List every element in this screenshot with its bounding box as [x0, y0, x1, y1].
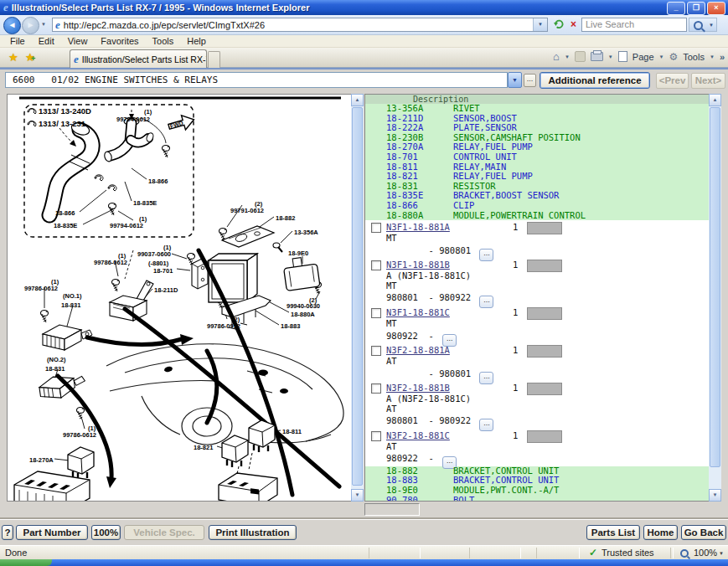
section-combo-arrow-icon[interactable]: ▼	[508, 72, 522, 88]
menu-favorites[interactable]: Favorites	[94, 36, 145, 46]
status-bar: Done ✓ Trusted sites 100% ▼	[0, 545, 728, 560]
history-dropdown-icon[interactable]: ▼	[41, 22, 46, 27]
part-checkbox[interactable]	[371, 223, 381, 233]
part-checkbox[interactable]	[371, 346, 381, 356]
reference-code[interactable]: 18-821	[386, 172, 453, 182]
additional-reference-button[interactable]: Additional reference	[540, 72, 650, 89]
menu-view[interactable]: View	[61, 36, 95, 46]
reference-list-bottom: 18-882BRACKET,CONTROL UNIT18-883BRACKET,…	[365, 466, 709, 502]
home-icon[interactable]: ⌂	[553, 50, 560, 63]
add-favorite-icon[interactable]: ★+	[25, 51, 35, 64]
zoom-button[interactable]: 100%	[91, 525, 121, 540]
parts-list-scrollbar[interactable]: ▲ ▼	[709, 94, 721, 502]
illustration-panel[interactable]: FWD	[7, 94, 352, 502]
part-checkbox[interactable]	[371, 308, 381, 318]
reference-list-top: 13-356ARIVET18-211DSENSOR,BOOST18-222APL…	[365, 104, 709, 220]
menu-tools[interactable]: Tools	[146, 36, 181, 46]
search-input[interactable]: Live Search	[581, 18, 687, 32]
zoom-dropdown-icon[interactable]: ▼	[719, 551, 724, 556]
url-text: http://epc2.mazda.co.jp/epc/servlet/CImg…	[64, 20, 265, 30]
window-title: Illustration/Select Parts List RX-7 / 19…	[12, 3, 310, 13]
reference-code[interactable]: 18-701	[386, 152, 453, 162]
print-icon[interactable]	[591, 52, 603, 61]
illustration-label: 99791-0612	[230, 207, 264, 214]
menu-file[interactable]: File	[3, 36, 32, 46]
illustration-label: 18-866	[148, 178, 168, 185]
page-dropdown-icon[interactable]: ▼	[659, 54, 664, 59]
illustration-label: 18-831	[61, 301, 80, 309]
part-number-button[interactable]: Part Number	[16, 525, 88, 540]
part-quantity: 1	[513, 383, 518, 393]
scroll-down-icon[interactable]: ▼	[351, 489, 364, 502]
part-date-range: 980801 - 980922 ...	[386, 414, 709, 429]
status-text: Done	[5, 548, 27, 558]
prev-button[interactable]: <Prev	[656, 73, 689, 89]
tools-dropdown-icon[interactable]: ▼	[710, 54, 715, 59]
reference-code[interactable]: 18-866	[386, 201, 453, 211]
scroll-down-icon[interactable]: ▼	[709, 489, 721, 502]
stop-button[interactable]: ×	[566, 18, 581, 32]
section-combo[interactable]: 6600 01/02 ENGINE SWITCHES & RELAYS	[5, 72, 508, 88]
part-note: AT	[386, 442, 709, 452]
scroll-up-icon[interactable]: ▲	[709, 94, 721, 106]
start-button[interactable]	[0, 559, 52, 566]
part-quantity: 1	[513, 430, 518, 440]
part-number-link[interactable]: N3F2-18-881B	[386, 383, 450, 393]
parts-list-button[interactable]: Parts List	[586, 525, 640, 540]
illustration-scrollbar[interactable]: ▲ ▼	[351, 94, 364, 502]
go-back-button[interactable]: Go Back	[681, 525, 726, 540]
zoom-level[interactable]: 100%	[694, 548, 717, 558]
illustration-label: 99794-0612	[110, 222, 143, 229]
tools-menu[interactable]: Tools	[683, 52, 705, 62]
scrollbar-thumb[interactable]	[710, 107, 720, 467]
overflow-chevron-icon[interactable]: »	[720, 52, 725, 62]
part-checkbox[interactable]	[371, 431, 381, 441]
address-dropdown-icon[interactable]: ▼	[533, 18, 547, 31]
part-number-link[interactable]: N3F2-18-881C	[386, 430, 450, 440]
part-row: N3F1-18-881A1MT - 980801 ...	[365, 220, 709, 258]
search-button[interactable]: ▼	[689, 18, 717, 32]
address-bar[interactable]: e http://epc2.mazda.co.jp/epc/servlet/CI…	[52, 18, 548, 32]
part-checkbox[interactable]	[371, 383, 381, 394]
illustration-label: (-8801)	[148, 260, 168, 267]
scroll-up-icon[interactable]: ▲	[351, 94, 364, 106]
home-dropdown-icon[interactable]: ▼	[565, 54, 570, 59]
section-more-button[interactable]: ...	[524, 74, 536, 87]
minimize-button[interactable]: _	[667, 2, 685, 15]
menu-edit[interactable]: Edit	[32, 36, 61, 46]
part-number-link[interactable]: N3F1-18-881A	[386, 222, 450, 232]
part-number-link[interactable]: N3F1-18-881B	[386, 260, 450, 270]
home-button[interactable]: Home	[643, 525, 678, 540]
back-button[interactable]: ◄	[3, 17, 21, 34]
feeds-icon	[575, 51, 586, 62]
part-quantity: 1	[513, 222, 518, 232]
reference-code[interactable]: 13-356A	[386, 104, 453, 114]
browser-tab[interactable]: e Illustration/Select Parts List RX-7 / …	[70, 49, 207, 68]
search-dropdown-icon[interactable]: ▼	[709, 23, 714, 28]
search-placeholder: Live Search	[586, 19, 634, 29]
part-image-placeholder	[527, 260, 562, 272]
favorites-icon[interactable]: ★	[8, 51, 18, 64]
menu-help[interactable]: Help	[180, 36, 213, 46]
help-button[interactable]: ?	[2, 525, 13, 540]
print-dropdown-icon[interactable]: ▼	[608, 54, 613, 59]
part-note: A (N3F2-18-881C)	[386, 394, 709, 404]
next-button[interactable]: Next>	[691, 73, 725, 89]
reference-description: RELAY,FUEL PUMP	[453, 172, 533, 182]
reference-code[interactable]: 90-780	[386, 496, 453, 502]
reference-code[interactable]: 18-9E0	[386, 486, 453, 496]
part-number-link[interactable]: N3F1-18-881C	[386, 307, 450, 317]
maximize-button[interactable]: ❐	[687, 2, 705, 15]
print-illustration-button[interactable]: Print Illustration	[209, 525, 297, 540]
reference-code[interactable]: 18-880A	[386, 211, 453, 221]
new-tab-stub[interactable]	[208, 51, 220, 69]
forward-button[interactable]: ►	[22, 17, 39, 34]
parts-list-panel: Description 13-356ARIVET18-211DSENSOR,BO…	[364, 94, 710, 502]
part-checkbox[interactable]	[371, 260, 381, 270]
scrollbar-thumb[interactable]	[352, 107, 363, 486]
close-button[interactable]: ×	[707, 2, 725, 15]
illustration-label: 18-880A	[291, 311, 315, 318]
part-number-link[interactable]: N3F2-18-881A	[386, 345, 450, 355]
page-menu[interactable]: Page	[632, 52, 654, 62]
refresh-button[interactable]	[551, 18, 565, 32]
